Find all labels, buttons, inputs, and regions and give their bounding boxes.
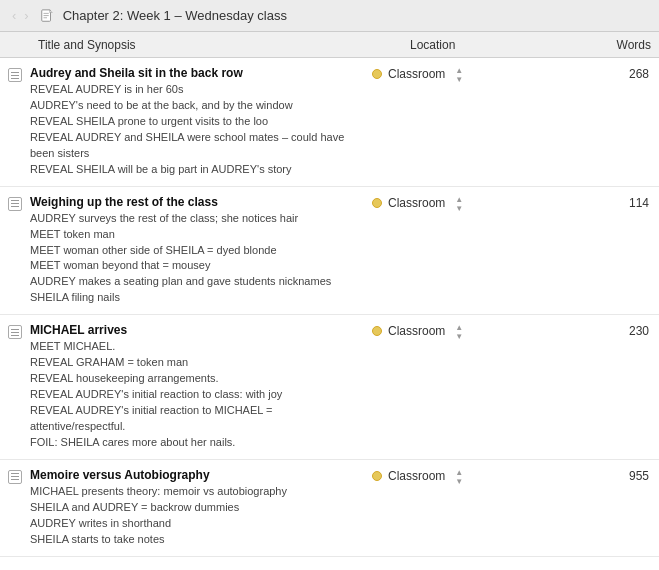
table-row[interactable]: Memoire versus Autobiography MICHAEL pre… xyxy=(0,460,659,557)
scene-location: Classroom ▲ ▼ xyxy=(372,195,560,213)
scene-synopsis: MEET MICHAEL.REVEAL GRAHAM = token manRE… xyxy=(30,339,364,451)
sort-up-icon[interactable]: ▲ xyxy=(455,196,463,204)
location-label: Classroom xyxy=(388,324,445,338)
column-headers: Title and Synopsis Location Words xyxy=(0,32,659,58)
scene-title: MICHAEL arrives xyxy=(30,323,364,337)
sort-arrows[interactable]: ▲ ▼ xyxy=(455,469,463,486)
back-button[interactable]: ‹ xyxy=(10,8,18,23)
scene-title: Weighing up the rest of the class xyxy=(30,195,364,209)
scene-location: Classroom ▲ ▼ xyxy=(372,66,560,84)
scene-word-count: 268 xyxy=(560,66,659,81)
col-header-location: Location xyxy=(402,38,590,52)
window-title: Chapter 2: Week 1 – Wednesday class xyxy=(63,8,287,23)
svg-marker-4 xyxy=(49,9,52,12)
sort-arrows[interactable]: ▲ ▼ xyxy=(455,196,463,213)
location-dot-icon xyxy=(372,326,382,336)
col-header-title-synopsis: Title and Synopsis xyxy=(30,38,402,52)
sort-arrows[interactable]: ▲ ▼ xyxy=(455,67,463,84)
scene-word-count: 230 xyxy=(560,323,659,338)
scene-synopsis: REVEAL AUDREY is in her 60sAUDREY's need… xyxy=(30,82,364,178)
scene-location: Classroom ▲ ▼ xyxy=(372,323,560,341)
scene-synopsis: MICHAEL presents theory: memoir vs autob… xyxy=(30,484,364,548)
location-dot-icon xyxy=(372,471,382,481)
sort-down-icon[interactable]: ▼ xyxy=(455,478,463,486)
sort-up-icon[interactable]: ▲ xyxy=(455,469,463,477)
sort-arrows[interactable]: ▲ ▼ xyxy=(455,324,463,341)
scene-content-block: Weighing up the rest of the class AUDREY… xyxy=(30,195,372,307)
scene-icon xyxy=(0,468,30,484)
scene-list: Audrey and Sheila sit in the back row RE… xyxy=(0,58,659,570)
nav-arrows: ‹ › xyxy=(10,8,31,23)
forward-button[interactable]: › xyxy=(22,8,30,23)
scene-word-count: 114 xyxy=(560,195,659,210)
scene-icon xyxy=(0,195,30,211)
sort-up-icon[interactable]: ▲ xyxy=(455,324,463,332)
sort-down-icon[interactable]: ▼ xyxy=(455,333,463,341)
table-row[interactable]: MICHAEL arrives MEET MICHAEL.REVEAL GRAH… xyxy=(0,315,659,460)
location-label: Classroom xyxy=(388,196,445,210)
scene-synopsis: AUDREY surveys the rest of the class; sh… xyxy=(30,211,364,307)
scene-title: Audrey and Sheila sit in the back row xyxy=(30,66,364,80)
table-row[interactable]: Weighing up the rest of the class AUDREY… xyxy=(0,187,659,316)
sort-down-icon[interactable]: ▼ xyxy=(455,76,463,84)
title-bar: ‹ › Chapter 2: Week 1 – Wednesday class xyxy=(0,0,659,32)
sort-up-icon[interactable]: ▲ xyxy=(455,67,463,75)
location-label: Classroom xyxy=(388,469,445,483)
table-row[interactable]: Audrey and Sheila sit in the back row RE… xyxy=(0,58,659,187)
scene-content-block: Audrey and Sheila sit in the back row RE… xyxy=(30,66,372,178)
scene-content-block: MICHAEL arrives MEET MICHAEL.REVEAL GRAH… xyxy=(30,323,372,451)
scene-title: Memoire versus Autobiography xyxy=(30,468,364,482)
scene-icon xyxy=(0,323,30,339)
location-dot-icon xyxy=(372,69,382,79)
scene-icon xyxy=(0,66,30,82)
sort-down-icon[interactable]: ▼ xyxy=(455,205,463,213)
col-header-words: Words xyxy=(590,38,659,52)
location-label: Classroom xyxy=(388,67,445,81)
scene-word-count: 955 xyxy=(560,468,659,483)
document-icon xyxy=(39,8,55,24)
location-dot-icon xyxy=(372,198,382,208)
scene-content-block: Memoire versus Autobiography MICHAEL pre… xyxy=(30,468,372,548)
scene-location: Classroom ▲ ▼ xyxy=(372,468,560,486)
